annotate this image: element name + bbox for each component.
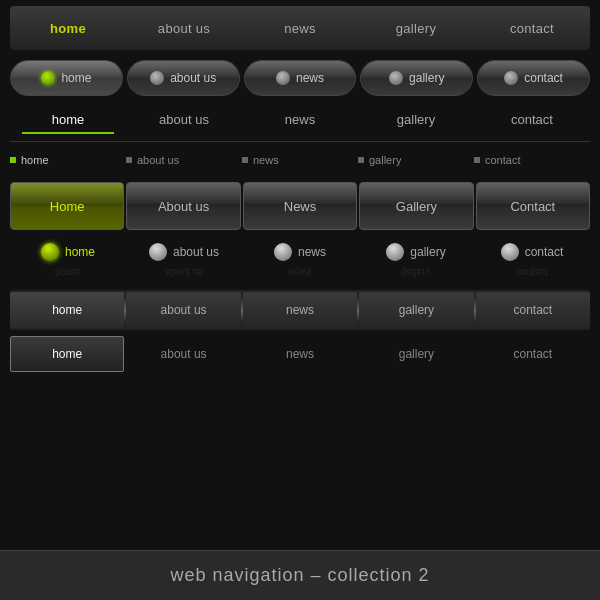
nav4-label: home [21, 154, 49, 166]
nav1-item-home[interactable]: home [10, 21, 126, 36]
nav2-label: gallery [409, 71, 444, 85]
nav2-label: news [296, 71, 324, 85]
nav6: homehomeabout usabout usnewsnewsgalleryg… [10, 234, 590, 286]
nav6-reflection: contact [516, 267, 548, 278]
nav6-item-about-us[interactable]: about usabout us [126, 243, 242, 278]
nav6-reflection: news [288, 267, 311, 278]
nav1: homeabout usnewsgallerycontact [10, 6, 590, 50]
nav8-item-news[interactable]: news [243, 336, 357, 372]
nav5-label: Contact [510, 199, 555, 214]
nav3-item-about-us[interactable]: about us [126, 112, 242, 133]
nav8-item-contact[interactable]: contact [476, 336, 590, 372]
nav6-label: home [65, 245, 95, 259]
nav4-label: contact [485, 154, 520, 166]
nav6-item-contact[interactable]: contactcontact [474, 243, 590, 278]
nav7-item-gallery[interactable]: gallery [359, 292, 473, 328]
nav5-item-About-us[interactable]: About us [126, 182, 240, 230]
nav3: homeabout usnewsgallerycontact [10, 104, 590, 142]
nav6-item-gallery[interactable]: gallerygallery [358, 243, 474, 278]
nav1-item-gallery[interactable]: gallery [358, 21, 474, 36]
orb-large-icon [274, 243, 292, 261]
nav4-item-home[interactable]: home [10, 154, 126, 166]
nav8: homeabout usnewsgallerycontact [10, 334, 590, 374]
bullet-icon [242, 157, 248, 163]
nav2: homeabout usnewsgallerycontact [10, 56, 590, 100]
nav8-item-gallery[interactable]: gallery [359, 336, 473, 372]
nav6-reflection: home [55, 267, 80, 278]
nav3-item-contact[interactable]: contact [474, 112, 590, 133]
footer-text: web navigation – collection 2 [170, 565, 429, 586]
nav5-label: Home [50, 199, 85, 214]
orb-icon [150, 71, 164, 85]
nav5-label: News [284, 199, 317, 214]
nav5-item-Home[interactable]: Home [10, 182, 124, 230]
nav4-item-gallery[interactable]: gallery [358, 154, 474, 166]
nav6-label: about us [173, 245, 219, 259]
nav2-item-about-us[interactable]: about us [127, 60, 240, 96]
nav6-item-home[interactable]: homehome [10, 243, 126, 278]
nav2-item-home[interactable]: home [10, 60, 123, 96]
orb-large-icon [386, 243, 404, 261]
nav4-label: news [253, 154, 279, 166]
bullet-icon [358, 157, 364, 163]
nav5-label: Gallery [396, 199, 437, 214]
nav3-item-gallery[interactable]: gallery [358, 112, 474, 133]
orb-large-icon [501, 243, 519, 261]
nav2-item-gallery[interactable]: gallery [360, 60, 473, 96]
orb-large-icon [149, 243, 167, 261]
nav5-item-Contact[interactable]: Contact [476, 182, 590, 230]
nav6-item-news[interactable]: newsnews [242, 243, 358, 278]
orb-icon [504, 71, 518, 85]
orb-icon [276, 71, 290, 85]
bullet-icon [126, 157, 132, 163]
nav6-reflection: about us [165, 267, 203, 278]
nav6-label: contact [525, 245, 564, 259]
bullet-icon [10, 157, 16, 163]
nav7-item-contact[interactable]: contact [476, 292, 590, 328]
nav2-label: about us [170, 71, 216, 85]
nav5: HomeAbout usNewsGalleryContact [10, 180, 590, 232]
nav3-item-home[interactable]: home [10, 112, 126, 133]
nav1-item-news[interactable]: news [242, 21, 358, 36]
nav4-item-news[interactable]: news [242, 154, 358, 166]
nav4-item-about-us[interactable]: about us [126, 154, 242, 166]
nav7-item-home[interactable]: home [10, 292, 124, 328]
nav4-item-contact[interactable]: contact [474, 154, 590, 166]
nav1-item-contact[interactable]: contact [474, 21, 590, 36]
nav4: homeabout usnewsgallerycontact [10, 144, 590, 176]
nav7: homeabout usnewsgallerycontact [10, 290, 590, 330]
nav5-item-Gallery[interactable]: Gallery [359, 182, 473, 230]
orb-large-icon [41, 243, 59, 261]
nav8-item-about-us[interactable]: about us [126, 336, 240, 372]
nav1-item-about-us[interactable]: about us [126, 21, 242, 36]
nav4-label: gallery [369, 154, 401, 166]
nav7-item-news[interactable]: news [243, 292, 357, 328]
nav2-label: contact [524, 71, 563, 85]
nav6-reflection: gallery [401, 267, 430, 278]
nav6-label: gallery [410, 245, 445, 259]
nav2-item-contact[interactable]: contact [477, 60, 590, 96]
nav2-item-news[interactable]: news [244, 60, 357, 96]
nav8-item-home[interactable]: home [10, 336, 124, 372]
nav5-item-News[interactable]: News [243, 182, 357, 230]
orb-icon [41, 71, 55, 85]
footer: web navigation – collection 2 [0, 550, 600, 600]
bullet-icon [474, 157, 480, 163]
nav2-label: home [61, 71, 91, 85]
orb-icon [389, 71, 403, 85]
nav7-item-about-us[interactable]: about us [126, 292, 240, 328]
nav4-label: about us [137, 154, 179, 166]
nav5-label: About us [158, 199, 209, 214]
nav3-item-news[interactable]: news [242, 112, 358, 133]
nav6-label: news [298, 245, 326, 259]
